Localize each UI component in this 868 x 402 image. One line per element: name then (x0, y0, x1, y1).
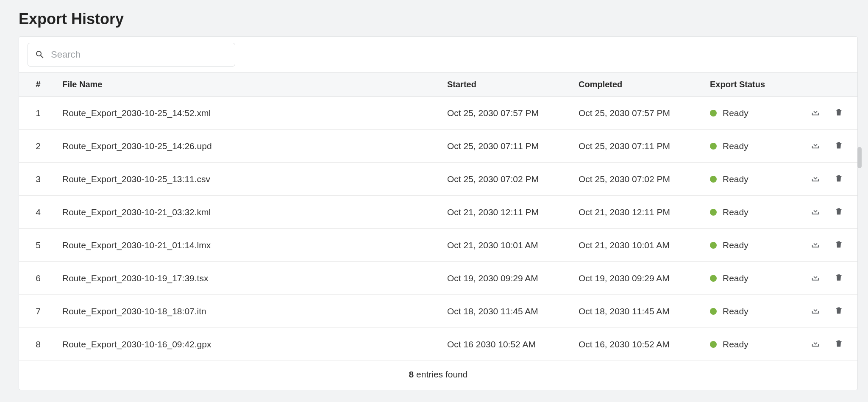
download-icon (811, 240, 820, 250)
row-num: 5 (19, 229, 57, 262)
status-cell: Ready (710, 141, 797, 151)
table-row: 4 Route_Export_2030-10-21_03:32.kml Oct … (19, 196, 857, 229)
row-file: Route_Export_2030-10-16_09:42.gpx (57, 328, 442, 361)
export-history-card: # File Name Started Completed Export Sta… (19, 36, 858, 390)
row-completed: Oct 25, 2030 07:11 PM (573, 130, 705, 163)
row-num: 7 (19, 295, 57, 328)
scrollbar-thumb[interactable] (857, 147, 862, 168)
row-file: Route_Export_2030-10-19_17:39.tsx (57, 262, 442, 295)
table-row: 5 Route_Export_2030-10-21_01:14.lmx Oct … (19, 229, 857, 262)
row-started: Oct 16 2030 10:52 AM (442, 328, 573, 361)
status-label: Ready (723, 207, 748, 217)
trash-icon (835, 273, 843, 283)
table-footer: 8 entries found (19, 361, 857, 390)
delete-button[interactable] (833, 238, 845, 252)
status-label: Ready (723, 273, 748, 283)
download-icon (811, 207, 820, 217)
status-label: Ready (723, 306, 748, 316)
row-started: Oct 18, 2030 11:45 AM (442, 295, 573, 328)
row-completed: Oct 21, 2030 12:11 PM (573, 196, 705, 229)
row-completed: Oct 18, 2030 11:45 AM (573, 295, 705, 328)
col-header-num[interactable]: # (19, 73, 57, 97)
row-started: Oct 25, 2030 07:02 PM (442, 163, 573, 196)
row-file: Route_Export_2030-10-18_18:07.itn (57, 295, 442, 328)
download-button[interactable] (809, 304, 822, 318)
delete-button[interactable] (833, 139, 845, 153)
download-button[interactable] (809, 106, 822, 120)
row-started: Oct 21, 2030 10:01 AM (442, 229, 573, 262)
status-cell: Ready (710, 174, 797, 184)
status-dot-icon (710, 341, 717, 348)
delete-button[interactable] (833, 106, 845, 120)
status-cell: Ready (710, 339, 797, 349)
trash-icon (835, 174, 843, 184)
col-header-actions (802, 73, 857, 97)
status-label: Ready (723, 108, 748, 118)
row-num: 2 (19, 130, 57, 163)
delete-button[interactable] (833, 205, 845, 219)
status-label: Ready (723, 141, 748, 151)
col-header-started[interactable]: Started (442, 73, 573, 97)
trash-icon (835, 207, 843, 217)
download-button[interactable] (809, 139, 822, 153)
row-num: 4 (19, 196, 57, 229)
delete-button[interactable] (833, 337, 845, 351)
download-icon (811, 339, 820, 349)
trash-icon (835, 306, 843, 316)
row-file: Route_Export_2030-10-21_01:14.lmx (57, 229, 442, 262)
status-dot-icon (710, 242, 717, 249)
download-icon (811, 174, 820, 184)
download-icon (811, 273, 820, 283)
delete-button[interactable] (833, 271, 845, 285)
trash-icon (835, 339, 843, 349)
status-dot-icon (710, 110, 717, 116)
row-num: 3 (19, 163, 57, 196)
search-box[interactable] (28, 43, 235, 67)
download-button[interactable] (809, 172, 822, 186)
download-icon (811, 108, 820, 118)
trash-icon (835, 141, 843, 151)
row-num: 1 (19, 97, 57, 130)
table-row: 2 Route_Export_2030-10-25_14:26.upd Oct … (19, 130, 857, 163)
status-label: Ready (723, 174, 748, 184)
table-row: 7 Route_Export_2030-10-18_18:07.itn Oct … (19, 295, 857, 328)
download-icon (811, 141, 820, 151)
status-dot-icon (710, 209, 717, 216)
search-input[interactable] (51, 49, 228, 60)
status-cell: Ready (710, 306, 797, 316)
row-completed: Oct 25, 2030 07:02 PM (573, 163, 705, 196)
status-cell: Ready (710, 273, 797, 283)
download-button[interactable] (809, 238, 822, 252)
download-button[interactable] (809, 271, 822, 285)
status-cell: Ready (710, 240, 797, 250)
status-label: Ready (723, 339, 748, 349)
download-button[interactable] (809, 337, 822, 351)
row-file: Route_Export_2030-10-21_03:32.kml (57, 196, 442, 229)
col-header-status[interactable]: Export Status (705, 73, 802, 97)
status-cell: Ready (710, 207, 797, 217)
status-cell: Ready (710, 108, 797, 118)
row-completed: Oct 19, 2030 09:29 AM (573, 262, 705, 295)
download-button[interactable] (809, 205, 822, 219)
trash-icon (835, 240, 843, 250)
row-started: Oct 21, 2030 12:11 PM (442, 196, 573, 229)
trash-icon (835, 108, 843, 118)
status-dot-icon (710, 308, 717, 315)
table-row: 8 Route_Export_2030-10-16_09:42.gpx Oct … (19, 328, 857, 361)
row-completed: Oct 16, 2030 10:52 AM (573, 328, 705, 361)
row-num: 6 (19, 262, 57, 295)
search-icon (35, 50, 45, 60)
col-header-file[interactable]: File Name (57, 73, 442, 97)
row-completed: Oct 25, 2030 07:57 PM (573, 97, 705, 130)
row-started: Oct 25, 2030 07:11 PM (442, 130, 573, 163)
delete-button[interactable] (833, 172, 845, 186)
status-label: Ready (723, 240, 748, 250)
row-completed: Oct 21, 2030 10:01 AM (573, 229, 705, 262)
table-row: 6 Route_Export_2030-10-19_17:39.tsx Oct … (19, 262, 857, 295)
col-header-completed[interactable]: Completed (573, 73, 705, 97)
export-table: # File Name Started Completed Export Sta… (19, 72, 857, 361)
row-num: 8 (19, 328, 57, 361)
delete-button[interactable] (833, 304, 845, 318)
status-dot-icon (710, 176, 717, 183)
entries-count: 8 (409, 369, 414, 379)
